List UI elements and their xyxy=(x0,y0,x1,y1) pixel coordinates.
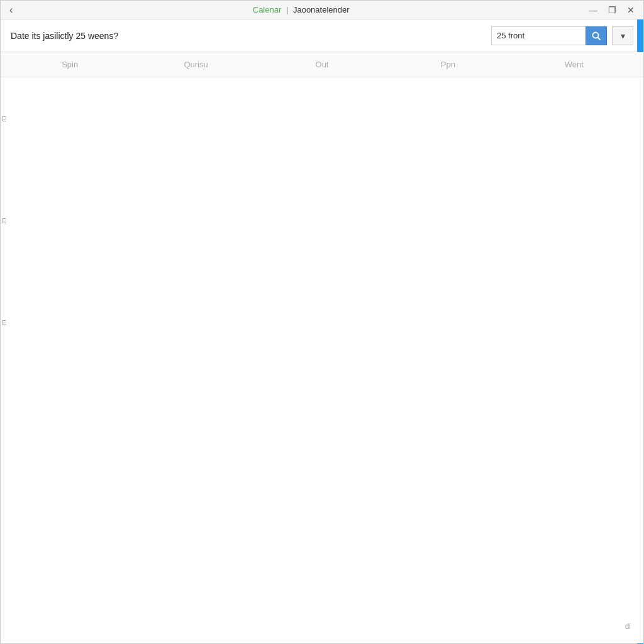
edge-letter-3: E xyxy=(2,319,6,326)
edge-letter-1: E xyxy=(2,115,6,123)
app-window: ‹ Calenar | Jaoonatelender — ❐ ✕ Date it… xyxy=(0,0,644,644)
content-area: Spin Qurisu Out Ppn Went E E E di xyxy=(1,52,643,643)
minimize-button[interactable]: — xyxy=(586,3,601,18)
col-header-out: Out xyxy=(259,60,385,69)
close-button[interactable]: ✕ xyxy=(623,3,638,18)
toolbar: Date its jasilictly 25 weens? ▾ xyxy=(1,19,643,52)
question-label: Date its jasilictly 25 weens? xyxy=(11,31,118,41)
column-headers: Spin Qurisu Out Ppn Went xyxy=(1,52,643,77)
search-input[interactable] xyxy=(491,26,586,45)
bottom-label: di xyxy=(625,622,631,631)
col-header-went: Went xyxy=(511,60,637,69)
app-name: Calenar xyxy=(253,5,282,14)
col-header-spin: Spin xyxy=(7,60,133,69)
search-icon xyxy=(592,31,601,40)
title-bar-center: Calenar | Jaoonatelender xyxy=(16,5,586,14)
col-header-qurisu: Qurisu xyxy=(133,60,258,69)
app-subtitle: Jaoonatelender xyxy=(293,5,350,14)
search-button[interactable] xyxy=(586,26,607,45)
svg-line-1 xyxy=(598,37,601,40)
col-header-ppn: Ppn xyxy=(385,60,511,69)
search-container: ▾ xyxy=(491,26,633,45)
back-button[interactable]: ‹ xyxy=(6,3,16,17)
edge-letters: E E E xyxy=(2,77,6,326)
main-content: E E E di xyxy=(1,77,643,643)
title-bar-left: ‹ xyxy=(6,3,16,17)
filter-button[interactable]: ▾ xyxy=(612,26,633,45)
edge-letter-2: E xyxy=(2,217,6,225)
title-bar: ‹ Calenar | Jaoonatelender — ❐ ✕ xyxy=(1,1,643,19)
window-controls: — ❐ ✕ xyxy=(586,3,638,18)
title-separator: | xyxy=(286,5,288,14)
restore-button[interactable]: ❐ xyxy=(604,3,619,18)
